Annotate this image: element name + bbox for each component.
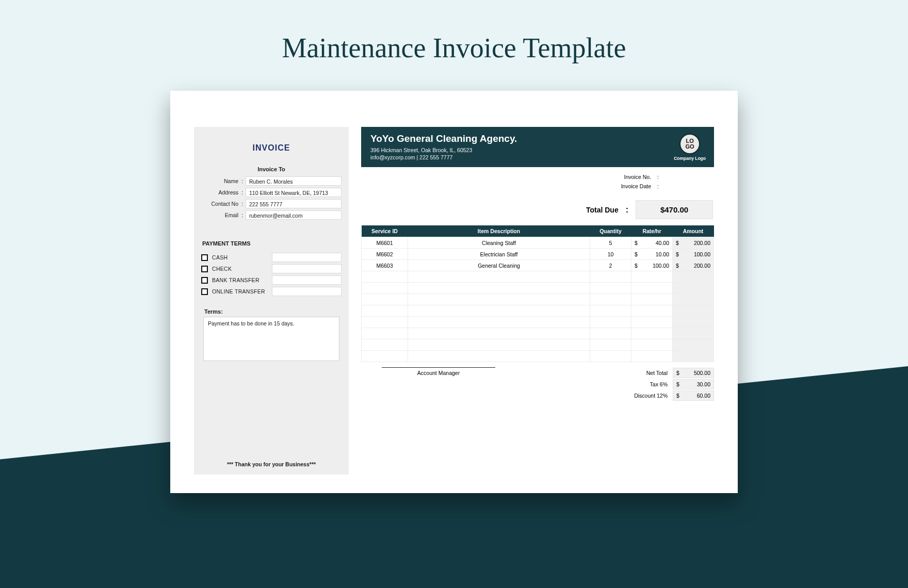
table-row: . (362, 317, 714, 328)
document-sheet: INVOICE Invoice To Name : Ruben C. Moral… (170, 91, 738, 493)
terms-label: Terms: (204, 308, 342, 315)
table-header-cell: Service ID (362, 225, 408, 237)
signature-block: Account Manager (382, 367, 495, 376)
totals-value: $60.00 (673, 390, 714, 401)
address-value[interactable]: 110 Elliott St Newark, DE, 19713 (246, 188, 342, 197)
totals-row: Tax 6%$30.00 (616, 379, 714, 390)
table-row: M6603General Cleaning2$100.00$200.00 (362, 260, 714, 271)
items-table-head: Service IDItem DescriptionQuantityRate/h… (362, 225, 714, 237)
invoice-to-heading: Invoice To (201, 166, 342, 172)
info-row-address: Address : 110 Elliott St Newark, DE, 197… (201, 188, 342, 197)
cell-service-id[interactable]: M6601 (362, 237, 408, 249)
invoice-date-label: Invoice Date (605, 183, 651, 189)
table-header-cell: Item Description (408, 225, 590, 237)
logo-wrap: LOGO Company Logo (674, 134, 706, 161)
document-body: INVOICE Invoice To Name : Ruben C. Moral… (194, 127, 714, 475)
logo-icon: LOGO (679, 134, 700, 154)
name-label: Name (201, 178, 241, 184)
total-due-value: $470.00 (636, 200, 713, 219)
meta-invoice-no: Invoice No. : (361, 172, 713, 182)
cell-quantity[interactable]: 2 (590, 260, 631, 271)
payment-method-label: ONLINE TRANSFER (212, 288, 268, 295)
cell-quantity[interactable]: 5 (590, 237, 631, 249)
company-contact: info@xyzcorp.com | 222 555 7777 (370, 154, 517, 161)
thank-you-text: *** Thank you for your Business*** (201, 461, 342, 467)
payment-method-label: CASH (212, 254, 268, 260)
logo-caption: Company Logo (674, 156, 706, 161)
info-row-contact: Contact No : 222 555 7777 (201, 199, 342, 208)
totals-block: Net Total$500.00Tax 6%$30.00Discount 12%… (616, 367, 714, 401)
payment-method-row: CHECK (201, 264, 342, 273)
invoice-no-label: Invoice No. (605, 174, 651, 180)
table-row: M6602Electrician Staff10$10.00$100.00 (362, 249, 714, 260)
cell-description[interactable]: Cleaning Staff (408, 237, 590, 249)
left-panel: INVOICE Invoice To Name : Ruben C. Moral… (194, 127, 349, 475)
cell-amount[interactable]: $200.00 (673, 260, 714, 271)
info-row-name: Name : Ruben C. Morales (201, 176, 342, 186)
checkbox-icon[interactable] (201, 277, 208, 284)
contact-label: Contact No (201, 201, 241, 207)
cell-amount[interactable]: $200.00 (673, 237, 714, 249)
terms-text[interactable]: Payment has to be done in 15 days. (203, 317, 339, 361)
payment-method-label: BANK TRANSFER (212, 277, 268, 283)
company-address: 396 Hickman Street, Oak Brook, IL, 60523 (370, 146, 517, 154)
email-value[interactable]: rubenmor@email.com (246, 210, 342, 220)
invoice-meta: Invoice No. : Invoice Date : (361, 172, 713, 191)
address-label: Address (201, 189, 241, 195)
table-row: . (362, 283, 714, 294)
table-row: . (362, 339, 714, 351)
signature-label: Account Manager (382, 370, 495, 376)
total-due-label: Total Due (586, 206, 619, 214)
footer: Account Manager Net Total$500.00Tax 6%$3… (361, 367, 714, 401)
table-row: . (362, 351, 714, 362)
right-panel: YoYo General Cleaning Agency. 396 Hickma… (361, 127, 714, 475)
totals-row: Net Total$500.00 (616, 367, 714, 379)
payment-method-input[interactable] (272, 264, 342, 273)
stage: Maintenance Invoice Template INVOICE Inv… (0, 0, 908, 588)
totals-value: $500.00 (673, 368, 714, 378)
signature-line (382, 367, 495, 368)
table-header-cell: Quantity (590, 225, 631, 237)
table-row: . (362, 294, 714, 305)
table-header-cell: Rate/hr (631, 225, 673, 237)
items-table: Service IDItem DescriptionQuantityRate/h… (361, 225, 714, 362)
payment-method-input[interactable] (272, 253, 342, 262)
cell-rate[interactable]: $10.00 (631, 249, 673, 260)
totals-row: Discount 12%$60.00 (616, 390, 714, 401)
totals-label: Tax 6% (616, 381, 673, 387)
checkbox-icon[interactable] (201, 266, 208, 272)
checkbox-icon[interactable] (201, 254, 208, 261)
payment-method-row: CASH (201, 253, 342, 262)
payment-terms-title: PAYMENT TERMS (202, 240, 342, 247)
contact-value[interactable]: 222 555 7777 (246, 199, 342, 208)
totals-value: $30.00 (673, 379, 714, 389)
table-header-cell: Amount (673, 225, 714, 237)
checkbox-icon[interactable] (201, 288, 208, 295)
company-name: YoYo General Cleaning Agency. (370, 133, 517, 144)
cell-description[interactable]: General Cleaning (408, 260, 590, 271)
info-row-email: Email : rubenmor@email.com (201, 210, 342, 220)
payment-method-input[interactable] (272, 275, 342, 285)
payment-method-row: ONLINE TRANSFER (201, 287, 342, 296)
table-row: . (362, 305, 714, 317)
cell-rate[interactable]: $40.00 (631, 237, 673, 249)
cell-service-id[interactable]: M6602 (362, 249, 408, 260)
cell-amount[interactable]: $100.00 (673, 249, 714, 260)
table-row: . (362, 328, 714, 339)
cell-description[interactable]: Electrician Staff (408, 249, 590, 260)
cell-service-id[interactable]: M6603 (362, 260, 408, 271)
meta-invoice-date: Invoice Date : (361, 182, 713, 191)
table-row: M6601Cleaning Staff5$40.00$200.00 (362, 237, 714, 249)
totals-label: Net Total (616, 370, 673, 376)
name-value[interactable]: Ruben C. Morales (246, 176, 342, 186)
page-title: Maintenance Invoice Template (0, 32, 908, 64)
table-row: . (362, 271, 714, 283)
totals-label: Discount 12% (616, 393, 673, 399)
cell-rate[interactable]: $100.00 (631, 260, 673, 271)
payment-method-label: CHECK (212, 266, 268, 272)
company-band: YoYo General Cleaning Agency. 396 Hickma… (361, 127, 714, 167)
payment-method-row: BANK TRANSFER (201, 275, 342, 285)
total-due: Total Due : $470.00 (361, 200, 713, 219)
payment-method-input[interactable] (272, 287, 342, 296)
cell-quantity[interactable]: 10 (590, 249, 631, 260)
